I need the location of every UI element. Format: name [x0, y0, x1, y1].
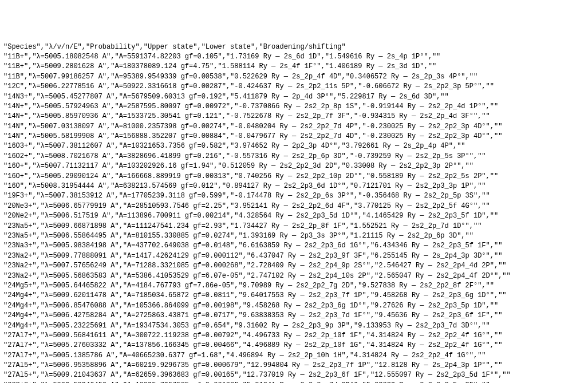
csv-text-dump: "Species","λ/ν/n/E","Probability","Upper…: [0, 40, 588, 383]
